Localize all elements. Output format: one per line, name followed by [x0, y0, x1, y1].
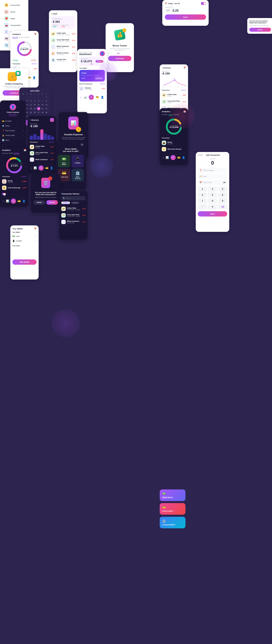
show-all-link[interactable]: Show All [32, 63, 36, 64]
cancel-add-button[interactable]: Cancel [198, 154, 202, 156]
key-dot[interactable]: · [198, 204, 207, 210]
exp-show-all[interactable]: Show All [22, 176, 26, 177]
wallet-options-grid: 💵 Basic Wallet 📱 E-Wallet 💳 Credit Card … [58, 155, 84, 181]
tab-income[interactable]: INCOME [19, 37, 24, 38]
key-3[interactable]: 3 [218, 186, 227, 192]
category-transportation[interactable]: 🚗 Transportation [2, 22, 26, 28]
ea-nav-profile[interactable]: 👤 [22, 200, 26, 202]
gd-nav-wallet[interactable]: 💳 [45, 166, 48, 170]
wallet-action-button[interactable]: Add Wallet [12, 260, 36, 265]
exp-tab-income[interactable]: INCOME [8, 153, 13, 154]
gd-nav-profile[interactable]: 👤 [50, 166, 53, 170]
category-placeholder: Select Category [203, 170, 214, 171]
grocery-dark-back[interactable]: ‹ [30, 118, 30, 121]
grocery-back[interactable]: ‹ [162, 66, 162, 69]
bank-account-label: Account Bank / [162, 524, 183, 526]
more-icon[interactable]: ··· [74, 12, 75, 15]
key-backspace[interactable]: ⌫ [218, 204, 227, 210]
da-nav-add[interactable]: + [170, 155, 176, 160]
note-field[interactable]: 📝 Note [198, 174, 227, 179]
key-0[interactable]: 0 [208, 204, 217, 210]
category-health[interactable]: ❤️ Health [2, 15, 26, 22]
da-nav-profile[interactable]: 👤 [182, 156, 185, 159]
recent-txn-label: Recent Transaction [79, 83, 92, 84]
wallet-ewallet-item[interactable]: 📱 E-Wallet [12, 239, 36, 243]
key-7[interactable]: 7 [198, 198, 207, 204]
exp-tab-balance[interactable]: BALANCE [2, 153, 8, 154]
da-nav-stats[interactable]: 📊 [166, 156, 169, 159]
menu-privacy[interactable]: 🔒 Privacy & Data › [2, 133, 24, 138]
menu-my-wallet[interactable]: 💳 My Wallet › [2, 119, 24, 124]
da-nav-wallet[interactable]: 💳 [177, 156, 180, 159]
edit-profile-button[interactable]: Edit Profile [8, 114, 18, 116]
basic-wallet-option[interactable]: 💵 Basic Wallet [58, 155, 70, 167]
key-1[interactable]: 1 [198, 186, 207, 192]
cash-radio[interactable] [34, 235, 36, 238]
wallet-cash-item[interactable]: 💵 Cash [12, 234, 36, 239]
key-9[interactable]: 9 [218, 198, 227, 204]
gd-nav-add[interactable]: + [38, 166, 44, 170]
date-value: 100 [223, 182, 226, 184]
dark-tab-balance[interactable]: BALANCE [162, 114, 168, 116]
dashboard-show-all[interactable]: Show All [100, 83, 105, 84]
filter-expense[interactable]: Expense [71, 202, 79, 204]
delete-small-button[interactable]: Delete [249, 28, 271, 32]
delete-dark-btn[interactable]: Delete [34, 200, 45, 205]
category-food[interactable]: 🍔 Food & Drink [2, 2, 26, 8]
analytics-dark-income-card: Analytics 📅 BALANCE INCOME EXPENSE Total… [160, 108, 188, 165]
ea-nav-add[interactable]: + [11, 198, 16, 204]
filter-category[interactable]: Category [61, 202, 70, 204]
dark-toggle[interactable] [2, 193, 6, 195]
grocery-dark-show-all[interactable]: Show All [49, 142, 54, 143]
save-button[interactable]: Save [165, 14, 206, 20]
key-4[interactable]: 4 [198, 192, 207, 198]
tab-expense[interactable]: EXPENSE [24, 37, 30, 38]
ea-nav-wallet[interactable]: 💳 [18, 200, 21, 202]
ea-nav-stats[interactable]: 📊 [6, 200, 9, 202]
dash-nav-add[interactable]: + [89, 95, 94, 100]
key-8[interactable]: 8 [208, 198, 217, 204]
txn-search-input[interactable] [66, 197, 86, 199]
date-field[interactable]: 📅 Date & Time 100 [198, 180, 227, 185]
cancel-dark-btn[interactable]: Cancel [46, 200, 58, 205]
tab-balance[interactable]: BALANCE [12, 37, 18, 38]
menu-setting[interactable]: ⚙️ Setting › [2, 124, 24, 128]
nav-profile-icon[interactable]: 👤 [32, 76, 36, 79]
bank-account-option[interactable]: 🏦 Bank Account [72, 169, 84, 181]
menu-help[interactable]: ❓ Help & Support › [2, 128, 24, 133]
analytics-expense-dark-card: Analytics 📅 BALANCE INCOME EXPENSE Total… [0, 147, 28, 207]
back-icon[interactable]: ‹ [51, 12, 52, 15]
category-rental[interactable]: 🏠 Rental [2, 8, 26, 15]
dash-nav-wallet[interactable]: 💳 [96, 96, 99, 99]
close-wallet-button[interactable]: ✕ [80, 143, 84, 146]
da-nav-home[interactable]: ⌂ [162, 156, 164, 159]
dark-txn-salary: 💼 Salary May 2021 [162, 140, 186, 146]
dark-tab-income[interactable]: INCOME [168, 114, 173, 116]
income-donut-value: +$ 25,846 [169, 126, 178, 128]
dash-nav-stats[interactable]: 📊 [84, 96, 87, 99]
show-cvv-button[interactable]: Show CVV [95, 77, 103, 80]
grocery-show-all[interactable]: Show All [181, 90, 186, 91]
your-wallet-card: Your Wallet 📅 Your Wallet 💵 Cash 📱 E-Wal… [10, 226, 39, 280]
analytics-button[interactable]: Analytics [96, 60, 103, 62]
dashboard-txn-amount: -$ 63 [101, 88, 105, 90]
ewallet-radio[interactable] [34, 240, 36, 242]
dash-nav-home[interactable]: ⌂ [80, 96, 82, 99]
transfer-fee-toggle[interactable] [201, 2, 206, 5]
gd-nav-home[interactable]: ⌂ [30, 166, 32, 170]
exp-tab-expense[interactable]: EXPENSE [14, 153, 20, 154]
dash-nav-profile[interactable]: 👤 [101, 96, 104, 99]
gd-nav-stats[interactable]: 📊 [34, 166, 37, 170]
txn-coffee-table: 🛋 Coffee Table 20 JUN 2021 · Amazon -$ 6… [51, 31, 75, 37]
continue-button[interactable]: Continue [108, 56, 131, 61]
key-5[interactable]: 5 [208, 192, 217, 198]
category-field[interactable]: ❓ Select Category [198, 168, 227, 173]
ea-nav-home[interactable]: ⌂ [3, 200, 4, 202]
key-6[interactable]: 6 [218, 192, 227, 198]
dark-tab-expense[interactable]: EXPENSE [174, 114, 179, 116]
menu-about[interactable]: ℹ️ About › [2, 138, 24, 142]
key-2[interactable]: 2 [208, 186, 217, 192]
ewallet-option[interactable]: 📱 E-Wallet [72, 155, 84, 167]
total-expense-label: Total Expense [62, 24, 69, 26]
add-save-button[interactable]: Save [198, 211, 227, 216]
